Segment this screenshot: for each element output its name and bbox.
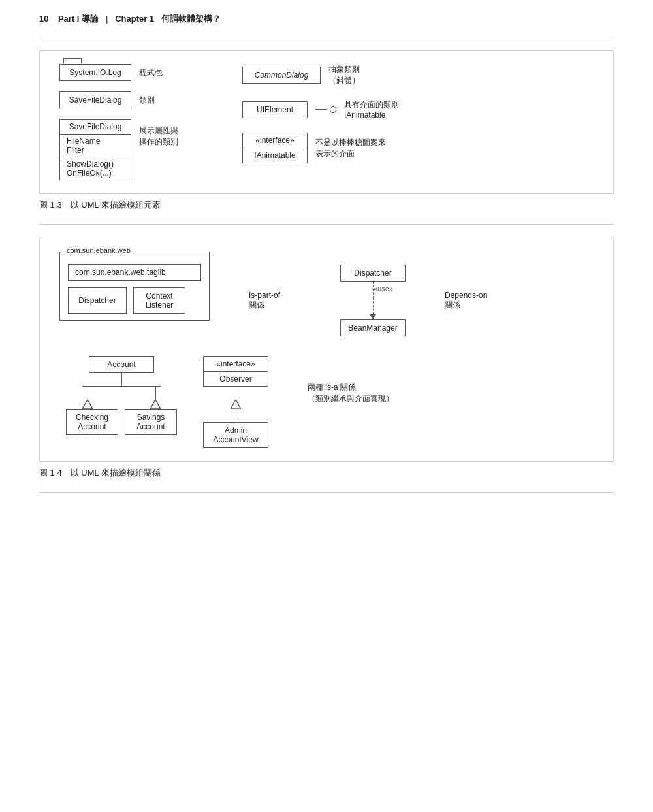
context-listener-text: ContextListener <box>146 291 174 310</box>
divider-bottom <box>39 492 614 493</box>
beanmanager-box: BeanManager <box>340 319 406 336</box>
obs-v-line2 <box>236 409 236 422</box>
observer-box: «interface» Observer <box>203 356 268 387</box>
class1-box: SaveFileDialog <box>59 91 131 108</box>
account-section: Account <box>79 356 164 435</box>
class2-label: 展示屬性與 操作的類別 <box>139 125 178 148</box>
subclass-row: CheckingAccount SavingsAccount <box>66 409 177 435</box>
dispatcher-box: Dispatcher <box>68 287 127 314</box>
interface-label1: 不是以棒棒糖圖案來 <box>315 137 386 148</box>
uielement-label1: 具有介面的類別 <box>344 99 399 110</box>
observer-arrow <box>231 387 241 422</box>
divider-mid <box>39 224 614 225</box>
obs-triangle <box>231 400 241 409</box>
context-listener-box: ContextListener <box>133 287 185 314</box>
class2-method1: ShowDialog() <box>67 159 124 169</box>
left-triangle <box>82 400 93 409</box>
uielement-label: 具有介面的類別 IAnimatable <box>344 99 399 120</box>
fig13-right: CommonDialog 抽象類別 （斜體） UIElement 具有介面的類別… <box>242 64 399 163</box>
depends-on-line1: Depends-on <box>445 291 487 300</box>
v-line-from-account <box>121 373 122 386</box>
abstract-label1: 抽象類別 <box>328 64 360 75</box>
package-tab <box>63 58 82 63</box>
fig14-package-section: com.sun.ebank.web com.sun.ebank.web.tagl… <box>59 252 210 321</box>
figure-13-diagram: System.IO.Log 程式包 SaveFileDialog 類別 Save… <box>59 64 594 180</box>
part-title: 導論 <box>82 14 99 24</box>
class2-name: SaveFileDialog <box>60 120 131 135</box>
chapter-label: Chapter 1 <box>115 14 154 24</box>
fig13-left: System.IO.Log 程式包 SaveFileDialog 類別 Save… <box>59 64 203 180</box>
svg-marker-0 <box>82 400 93 409</box>
interface-label2: 表示的介面 <box>315 148 386 159</box>
package-box: System.IO.Log <box>59 64 131 81</box>
left-arrow <box>82 387 93 409</box>
svg-marker-2 <box>231 400 241 409</box>
observer-section: «interface» Observer AdminAccountView <box>203 356 268 448</box>
savings-box: SavingsAccount <box>125 409 177 435</box>
part-label: Part I <box>58 14 80 24</box>
svg-marker-1 <box>150 400 161 409</box>
admin-text: AdminAccountView <box>213 426 258 444</box>
class2-attr1: FileName <box>67 137 124 146</box>
split-v-lines <box>82 387 161 409</box>
is-part-of-section: Is-part-of 關係 <box>249 252 301 311</box>
dashed-line-bottom <box>373 298 374 314</box>
uielement-label2: IAnimatable <box>344 110 399 120</box>
observer-line2: Observer <box>204 372 268 386</box>
left-v-line <box>88 387 88 400</box>
abstract-box: CommonDialog <box>242 67 321 84</box>
right-triangle <box>150 400 161 409</box>
is-a-label: 兩種 is-a 關係 （類別繼承與介面實現） <box>308 356 394 404</box>
interface-box-line2: IAnimatable <box>243 148 307 163</box>
fig14-top: com.sun.ebank.web com.sun.ebank.web.tagl… <box>59 252 594 336</box>
split-arrows: CheckingAccount SavingsAccount <box>79 373 164 435</box>
interface-box: «interface» IAnimatable <box>242 133 308 163</box>
is-part-of-line2: 關係 <box>249 300 301 311</box>
class2-attrs: FileName Filter <box>60 135 131 157</box>
class2-method2: OnFileOk(...) <box>67 169 124 178</box>
interface-box-line1: «interface» <box>243 133 307 148</box>
class2-attr2: Filter <box>67 146 124 155</box>
figure-13-caption: 圖 1.3 以 UML 來描繪模組元素 <box>39 199 614 211</box>
class2-methods: ShowDialog() OnFileOk(...) <box>60 157 131 180</box>
divider-top <box>39 37 614 37</box>
fig13-row-uielement: UIElement 具有介面的類別 IAnimatable <box>242 99 399 120</box>
lollipop-line <box>315 109 327 110</box>
depends-on-line2: 關係 <box>445 300 487 311</box>
abstract-label2: （斜體） <box>328 75 360 86</box>
fig13-row-class1: SaveFileDialog 類別 <box>59 91 203 108</box>
uielement-box: UIElement <box>242 101 308 118</box>
fig13-row-class2: SaveFileDialog FileName Filter ShowDialo… <box>59 119 203 180</box>
class2-label2: 操作的類別 <box>139 137 178 148</box>
package-name: System.IO.Log <box>59 64 131 81</box>
admin-box: AdminAccountView <box>203 422 268 448</box>
lollipop-circle <box>330 106 336 113</box>
lollipop <box>315 106 336 113</box>
figure-13-container: System.IO.Log 程式包 SaveFileDialog 類別 Save… <box>39 50 614 194</box>
package-label: 程式包 <box>139 67 163 78</box>
package-bottom-row: Dispatcher ContextListener <box>68 287 201 314</box>
interface-label: 不是以棒棒糖圖案來 表示的介面 <box>315 137 386 159</box>
outer-package-name: com.sun.ebank.web <box>65 246 132 254</box>
observer-line1: «interface» <box>204 357 268 372</box>
use-label: «use» <box>374 285 393 293</box>
dashed-arrowhead <box>370 314 376 319</box>
class2-box: SaveFileDialog FileName Filter ShowDialo… <box>59 119 131 180</box>
figure-14-caption: 圖 1.4 以 UML 來描繪模組關係 <box>39 467 614 479</box>
inner-package-box: com.sun.ebank.web.taglib <box>68 260 201 281</box>
checking-box: CheckingAccount <box>66 409 118 435</box>
outer-package: com.sun.ebank.web com.sun.ebank.web.tagl… <box>59 252 210 321</box>
inner-package-name: com.sun.ebank.web.taglib <box>68 264 201 281</box>
dispatcher2-box: Dispatcher <box>340 265 406 282</box>
fig13-row-abstract: CommonDialog 抽象類別 （斜體） <box>242 64 399 86</box>
fig14-bottom: Account <box>79 356 594 448</box>
is-a-line2: （類別繼承與介面實現） <box>308 393 394 404</box>
figure-14-diagram: com.sun.ebank.web com.sun.ebank.web.tagl… <box>59 252 594 448</box>
class2-label1: 展示屬性與 <box>139 125 178 137</box>
page-header: 10 Part I 導論 | Chapter 1 何謂軟體架構？ <box>39 13 614 25</box>
dashed-arrow-section: «use» <box>370 282 376 319</box>
figure-14-container: com.sun.ebank.web com.sun.ebank.web.tagl… <box>39 238 614 462</box>
is-part-of-line1: Is-part-of <box>249 291 301 300</box>
account-box: Account <box>89 356 154 373</box>
fig13-row-package: System.IO.Log 程式包 <box>59 64 203 81</box>
